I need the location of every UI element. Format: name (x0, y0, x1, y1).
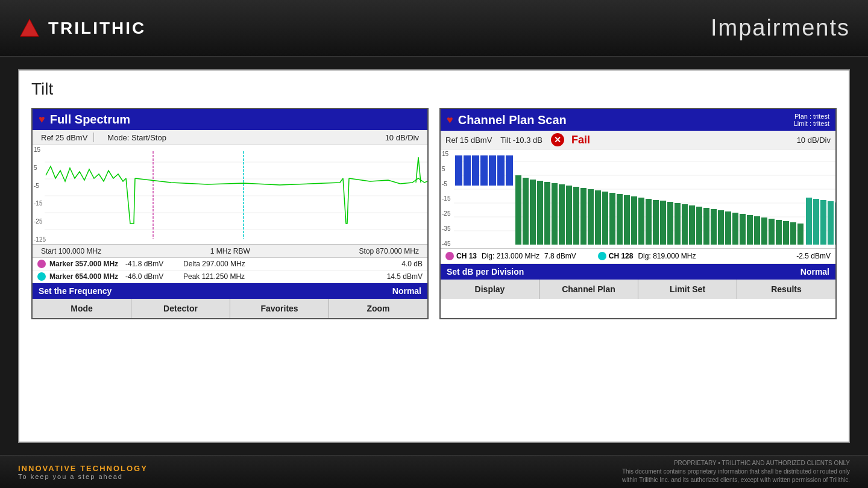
fs-scale: 10 dB/Div (382, 133, 423, 142)
svg-rect-31 (588, 189, 594, 245)
channel-svg (441, 149, 835, 248)
svg-rect-61 (806, 198, 812, 245)
svg-rect-33 (602, 192, 608, 245)
footer-tagline: To keep you a step ahead (18, 473, 148, 480)
cps-btn-results[interactable]: Results (737, 280, 835, 299)
cps-tilt: Tilt -10.3 dB (500, 136, 542, 145)
svg-rect-21 (515, 175, 521, 245)
fs-stop: Stop 870.000 MHz (356, 247, 423, 255)
svg-rect-51 (732, 213, 738, 245)
svg-rect-20 (506, 155, 513, 186)
cps-header-right: Plan : tritest Limit : tritest (794, 113, 829, 127)
cps-btn-limit-set[interactable]: Limit Set (638, 280, 737, 299)
svg-rect-17 (480, 155, 488, 186)
fs-freq-bar: Start 100.000 MHz 1 MHz RBW Stop 870.000… (33, 245, 427, 258)
marker1-db: -41.8 dBmV (125, 260, 180, 268)
ch1-label: CH 13 (456, 252, 477, 260)
svg-rect-64 (828, 201, 834, 245)
cps-plan-label: Plan : tritest (794, 113, 829, 120)
cps-scale: 10 dB/Div (797, 136, 831, 145)
channel-plan-panel: ♥ Channel Plan Scan Plan : tritest Limit… (439, 108, 837, 319)
fs-mode: Mode: Start/Stop (104, 133, 170, 142)
fs-ref: Ref 25 dBmV (37, 133, 91, 142)
fs-btn-detector[interactable]: Detector (131, 299, 230, 318)
cps-btn-display[interactable]: Display (441, 280, 539, 299)
fs-status-bar: Set the Frequency Normal (33, 283, 427, 299)
svg-rect-15 (464, 155, 471, 186)
footer-legal1: PROPRIETARY • TRILITHIC AND AUTHORIZED C… (622, 459, 850, 468)
ch1-marker: CH 13 (445, 252, 477, 260)
fs-btn-zoom[interactable]: Zoom (329, 299, 427, 318)
svg-rect-44 (682, 204, 688, 245)
ch2-label: CH 128 (609, 252, 634, 260)
svg-rect-55 (761, 217, 767, 245)
svg-rect-50 (725, 211, 731, 245)
svg-rect-63 (820, 200, 826, 245)
svg-rect-24 (537, 181, 543, 245)
marker2-peak-val: 14.5 dBmV (387, 272, 423, 281)
footer-left: INNOVATIVE TECHNOLOGY To keep you a step… (18, 464, 148, 480)
ch2-marker: CH 128 (598, 252, 634, 260)
cps-status-left: Set dB per Division (447, 267, 524, 277)
tilt-title: Tilt (31, 80, 837, 99)
svg-rect-46 (696, 207, 702, 245)
svg-rect-41 (660, 201, 666, 245)
svg-rect-56 (769, 219, 775, 245)
footer-legal2: This document contains proprietary infor… (622, 468, 850, 476)
svg-rect-38 (638, 198, 644, 245)
svg-rect-57 (776, 220, 782, 245)
logo-area: TRILITHIC (18, 17, 146, 40)
footer-legal3: within Trilithic Inc. and its authorized… (622, 476, 850, 484)
svg-rect-34 (609, 193, 615, 245)
fail-x-icon: ✕ (551, 133, 564, 146)
channel-chart: 15 5 -5 -15 -25 -35 -45 (441, 149, 835, 249)
full-spectrum-panel: ♥ Full Spectrum Ref 25 dBmV Mode: Start/… (31, 108, 429, 319)
logo-text: TRILITHIC (48, 19, 146, 38)
svg-rect-32 (595, 190, 601, 245)
svg-rect-30 (580, 188, 587, 245)
fs-info-bar: Ref 25 dBmV Mode: Start/Stop 10 dB/Div (33, 130, 427, 145)
svg-rect-28 (566, 186, 572, 245)
svg-rect-48 (711, 209, 717, 245)
fs-status-right: Normal (392, 286, 421, 296)
cps-btn-channel-plan[interactable]: Channel Plan (539, 280, 638, 299)
marker2-freq: Marker 654.000 MHz (49, 272, 122, 281)
fs-btn-mode[interactable]: Mode (33, 299, 131, 318)
cps-channel-row: CH 13 Dig: 213.000 MHz 7.8 dBmV CH 128 D… (441, 249, 835, 264)
fail-badge: Fail (571, 134, 590, 146)
ch2-freq: Dig: 819.000 MHz (638, 252, 696, 260)
full-spectrum-header: ♥ Full Spectrum (33, 109, 427, 130)
svg-rect-22 (523, 178, 529, 245)
svg-rect-58 (783, 221, 789, 245)
fs-status-left: Set the Frequency (39, 286, 112, 296)
fs-btn-favorites[interactable]: Favorites (230, 299, 329, 318)
svg-rect-40 (653, 200, 659, 245)
cps-bottom-buttons: Display Channel Plan Limit Set Results (441, 280, 835, 299)
fs-header-icon: ♥ (39, 113, 45, 126)
cps-header: ♥ Channel Plan Scan Plan : tritest Limit… (441, 109, 835, 131)
cps-info-bar: Ref 15 dBmV Tilt -10.3 dB ✕ Fail 10 dB/D… (441, 131, 835, 149)
page-title: Impairments (711, 15, 850, 41)
cps-ref: Ref 15 dBmV (445, 136, 492, 145)
svg-rect-52 (740, 214, 746, 245)
footer-company: INNOVATIVE TECHNOLOGY (18, 464, 148, 473)
ch1-val: 7.8 dBmV (544, 252, 576, 260)
svg-rect-47 (703, 208, 709, 245)
spectrum-chart: 15 5 -5 -15 -25 -125 (33, 145, 427, 245)
marker1-delta-label: Delta 297.000 MHz (183, 260, 245, 268)
svg-rect-43 (675, 203, 681, 245)
logo-icon (18, 17, 41, 40)
cps-header-title: Channel Plan Scan (458, 113, 567, 127)
fs-rbw: 1 MHz RBW (207, 247, 254, 255)
footer: INNOVATIVE TECHNOLOGY To keep you a step… (0, 455, 868, 488)
svg-rect-60 (797, 224, 804, 245)
svg-rect-54 (754, 216, 760, 245)
svg-rect-53 (747, 215, 753, 245)
cps-status-right: Normal (800, 267, 829, 277)
fs-marker1-row: Marker 357.000 MHz -41.8 dBmV Delta 297.… (33, 258, 427, 271)
fs-divider1 (93, 133, 101, 142)
fs-header-title: Full Spectrum (50, 113, 130, 127)
svg-rect-37 (631, 196, 637, 245)
fs-bottom-buttons: Mode Detector Favorites Zoom (33, 299, 427, 318)
cps-limit-label: Limit : tritest (794, 120, 829, 127)
